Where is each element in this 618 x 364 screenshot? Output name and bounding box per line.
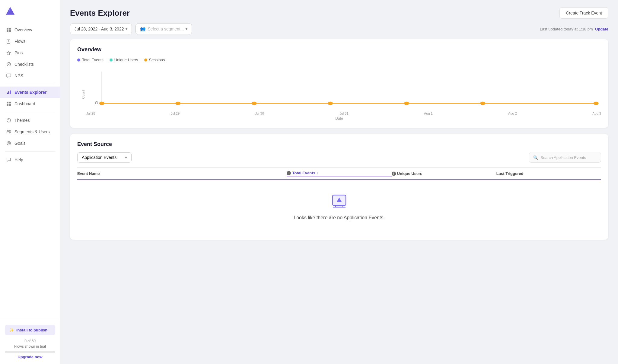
col-header-total-events[interactable]: i Total Events ↓ xyxy=(287,171,391,176)
wand-icon: ✨ xyxy=(9,328,14,332)
sidebar-item-overview[interactable]: Overview xyxy=(0,24,60,36)
svg-rect-11 xyxy=(7,93,8,94)
date-range-dropdown[interactable]: Jul 28, 2022 - Aug 3, 2022 ▾ xyxy=(70,24,132,34)
sidebar-item-label: Help xyxy=(14,157,23,162)
sidebar-item-label: Checklists xyxy=(14,62,34,67)
sidebar-item-flows[interactable]: Flows xyxy=(0,36,60,47)
paint-palette-icon xyxy=(6,118,11,123)
svg-point-22 xyxy=(9,121,10,121)
sort-arrow-icon: ↓ xyxy=(317,171,318,175)
sidebar-item-pins[interactable]: Pins xyxy=(0,47,60,59)
svg-rect-16 xyxy=(7,104,8,106)
sidebar: Overview Flows Pins Checklists xyxy=(0,0,60,364)
sidebar-item-label: Segments & Users xyxy=(14,129,50,134)
page-title: Events Explorer xyxy=(70,8,130,18)
empty-state-text: Looks like there are no Application Even… xyxy=(294,215,385,220)
svg-point-23 xyxy=(8,130,9,132)
x-tick-6: Aug 3 xyxy=(592,112,601,115)
svg-point-32 xyxy=(175,102,180,105)
event-source-dropdown[interactable]: Application Events ▾ xyxy=(77,152,132,163)
sidebar-logo xyxy=(0,0,60,22)
check-circle-icon xyxy=(6,62,11,67)
svg-point-20 xyxy=(8,119,9,120)
sidebar-divider xyxy=(5,84,55,84)
sidebar-item-label: Goals xyxy=(14,141,26,146)
chevron-down-icon: ▾ xyxy=(126,27,127,31)
legend-sessions: Sessions xyxy=(144,58,165,62)
app-logo xyxy=(5,6,16,17)
filters-left: Jul 28, 2022 - Aug 3, 2022 ▾ 👥 Select a … xyxy=(70,24,192,34)
svg-point-33 xyxy=(252,102,257,105)
overview-card-title: Overview xyxy=(77,46,601,53)
sidebar-item-segments-users[interactable]: Segments & Users xyxy=(0,126,60,138)
legend-dot-total xyxy=(77,59,80,62)
trial-progress-bar xyxy=(5,351,55,353)
sidebar-divider-2 xyxy=(5,112,55,112)
create-track-event-button[interactable]: Create Track Event xyxy=(559,7,608,19)
sidebar-item-checklists[interactable]: Checklists xyxy=(0,59,60,70)
pin-icon xyxy=(6,50,11,55)
empty-state-icon xyxy=(330,192,348,210)
legend-dot-unique xyxy=(110,59,113,62)
svg-point-18 xyxy=(7,119,11,122)
update-link[interactable]: Update xyxy=(595,27,608,31)
svg-point-36 xyxy=(480,102,485,105)
svg-point-35 xyxy=(404,102,409,105)
chart-area: 0 xyxy=(86,68,601,110)
sidebar-item-help[interactable]: Help xyxy=(0,154,60,166)
sidebar-item-label: Pins xyxy=(14,50,23,55)
trial-info: 0 of 50 Flows shown in trial xyxy=(5,338,55,353)
x-tick-5: Aug 2 xyxy=(508,112,517,115)
search-icon: 🔍 xyxy=(533,155,538,160)
col-header-event-name: Event Name xyxy=(77,171,287,176)
svg-rect-2 xyxy=(7,28,8,30)
legend-label-total: Total Events xyxy=(82,58,104,62)
install-btn-label: Install to publish xyxy=(16,328,47,332)
x-tick-4: Aug 1 xyxy=(424,112,433,115)
sidebar-bottom: ✨ Install to publish 0 of 50 Flows shown… xyxy=(0,320,60,364)
legend-unique-users: Unique Users xyxy=(110,58,138,62)
legend-total-events: Total Events xyxy=(77,58,104,62)
last-updated-text: Last updated today at 1:38 pm Update xyxy=(540,26,608,32)
sidebar-item-events-explorer[interactable]: Events Explorer xyxy=(0,87,60,98)
users-icon xyxy=(6,129,11,135)
install-to-publish-button[interactable]: ✨ Install to publish xyxy=(5,325,55,335)
svg-point-31 xyxy=(99,102,104,105)
sidebar-item-label: Events Explorer xyxy=(14,90,47,95)
dashboard-icon xyxy=(6,101,11,106)
grid-icon xyxy=(6,27,11,33)
chart-svg: 0 xyxy=(86,68,601,110)
trial-desc: Flows shown in trial xyxy=(14,344,46,349)
upgrade-now-link[interactable]: Upgrade now xyxy=(5,355,55,359)
svg-rect-13 xyxy=(10,90,11,94)
comment-icon xyxy=(6,73,11,78)
sidebar-item-nps[interactable]: NPS xyxy=(0,70,60,81)
event-source-controls: Application Events ▾ 🔍 Search Applicatio… xyxy=(77,152,601,163)
legend-dot-sessions xyxy=(144,59,147,62)
search-application-events[interactable]: 🔍 Search Application Events xyxy=(529,153,601,163)
svg-point-37 xyxy=(593,102,598,105)
chart-x-labels: Jul 28 Jul 29 Jul 30 Jul 31 Aug 1 Aug 2 … xyxy=(86,112,601,115)
svg-text:0: 0 xyxy=(95,100,98,105)
sidebar-item-label: Flows xyxy=(14,39,26,44)
sidebar-item-goals[interactable]: Goals xyxy=(0,138,60,149)
chevron-down-icon-2: ▾ xyxy=(186,27,187,31)
svg-rect-3 xyxy=(9,28,11,30)
svg-point-24 xyxy=(9,130,11,131)
info-icon-unique[interactable]: i xyxy=(392,172,396,176)
svg-point-34 xyxy=(328,102,333,105)
segment-dropdown[interactable]: 👥 Select a segment... ▾ xyxy=(135,24,192,34)
sidebar-item-themes[interactable]: Themes xyxy=(0,115,60,126)
empty-state: Looks like there are no Application Even… xyxy=(77,180,601,233)
bar-chart-icon xyxy=(6,90,11,95)
target-icon xyxy=(6,141,11,146)
svg-rect-4 xyxy=(7,30,8,32)
segment-placeholder: Select a segment... xyxy=(148,27,184,31)
svg-rect-15 xyxy=(9,102,11,103)
sidebar-navigation: Overview Flows Pins Checklists xyxy=(0,22,60,320)
x-tick-3: Jul 31 xyxy=(339,112,348,115)
chart-legend: Total Events Unique Users Sessions xyxy=(77,58,601,62)
info-icon-total[interactable]: i xyxy=(287,171,291,175)
legend-label-sessions: Sessions xyxy=(149,58,165,62)
sidebar-item-dashboard[interactable]: Dashboard xyxy=(0,98,60,109)
